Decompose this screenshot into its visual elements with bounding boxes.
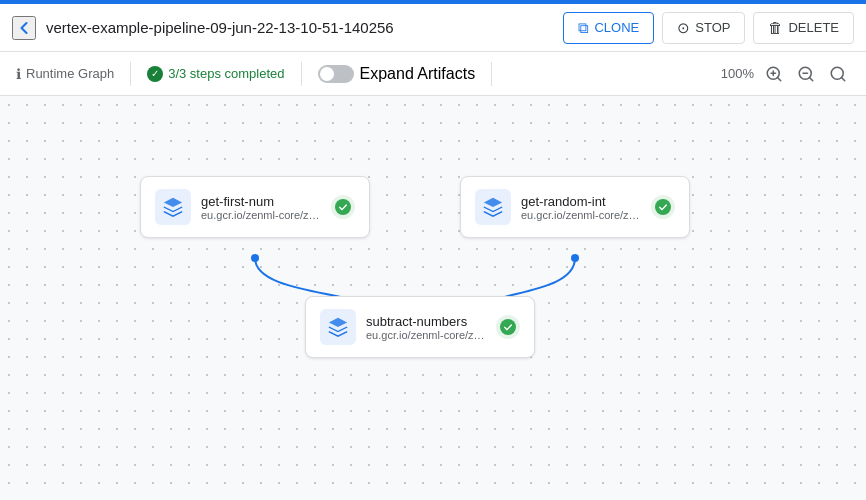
svg-line-5: [809, 77, 812, 80]
clone-button[interactable]: ⧉ CLONE: [563, 12, 654, 44]
node-icon-get-first-num: [155, 189, 191, 225]
node-get-first-num[interactable]: get-first-num eu.gcr.io/zenml-core/zenml…: [140, 176, 370, 238]
steps-status: ✓ 3/3 steps completed: [147, 66, 284, 82]
svg-point-9: [251, 254, 259, 262]
node-info-subtract-numbers: subtract-numbers eu.gcr.io/zenml-core/ze…: [366, 314, 486, 341]
stop-button[interactable]: ⊙ STOP: [662, 12, 745, 44]
node-sub-get-first-num: eu.gcr.io/zenml-core/zenml-v...: [201, 209, 321, 221]
zoom-out-button[interactable]: [794, 62, 818, 86]
delete-icon: 🗑: [768, 19, 783, 36]
node-status-get-first-num: [331, 195, 355, 219]
pipeline-title: vertex-example-pipeline-09-jun-22-13-10-…: [46, 19, 553, 36]
zoom-level: 100%: [721, 66, 754, 81]
zoom-controls: 100%: [721, 62, 850, 86]
node-info-get-first-num: get-first-num eu.gcr.io/zenml-core/zenml…: [201, 194, 321, 221]
check-icon: ✓: [147, 66, 163, 82]
delete-button[interactable]: 🗑 DELETE: [753, 12, 854, 44]
pipeline-canvas: get-first-num eu.gcr.io/zenml-core/zenml…: [0, 96, 866, 500]
runtime-graph-label: Runtime Graph: [26, 66, 114, 81]
info-icon: ℹ: [16, 66, 21, 82]
svg-point-11: [571, 254, 579, 262]
steps-status-label: 3/3 steps completed: [168, 66, 284, 81]
node-info-get-random-int: get-random-int eu.gcr.io/zenml-core/zenm…: [521, 194, 641, 221]
node-status-subtract-numbers: [496, 315, 520, 339]
node-sub-get-random-int: eu.gcr.io/zenml-core/zenml-v...: [521, 209, 641, 221]
svg-line-8: [841, 77, 844, 80]
node-get-random-int[interactable]: get-random-int eu.gcr.io/zenml-core/zenm…: [460, 176, 690, 238]
node-name-get-first-num: get-first-num: [201, 194, 321, 209]
node-subtract-numbers[interactable]: subtract-numbers eu.gcr.io/zenml-core/ze…: [305, 296, 535, 358]
topbar-actions: ⧉ CLONE ⊙ STOP 🗑 DELETE: [563, 12, 854, 44]
expand-artifacts-toggle[interactable]: Expand Artifacts: [318, 65, 476, 83]
clone-label: CLONE: [594, 20, 639, 35]
node-status-get-random-int: [651, 195, 675, 219]
node-icon-subtract-numbers: [320, 309, 356, 345]
svg-line-1: [777, 77, 780, 80]
svg-point-14: [655, 199, 671, 215]
stop-label: STOP: [695, 20, 730, 35]
topbar: vertex-example-pipeline-09-jun-22-13-10-…: [0, 4, 866, 52]
zoom-fit-button[interactable]: [826, 62, 850, 86]
delete-label: DELETE: [788, 20, 839, 35]
divider-1: [130, 62, 131, 86]
toggle-switch[interactable]: [318, 65, 354, 83]
node-name-subtract-numbers: subtract-numbers: [366, 314, 486, 329]
svg-point-13: [335, 199, 351, 215]
svg-point-15: [500, 319, 516, 335]
toolbar: ℹ Runtime Graph ✓ 3/3 steps completed Ex…: [0, 52, 866, 96]
node-icon-get-random-int: [475, 189, 511, 225]
runtime-graph-item[interactable]: ℹ Runtime Graph: [16, 66, 114, 82]
node-name-get-random-int: get-random-int: [521, 194, 641, 209]
divider-2: [301, 62, 302, 86]
zoom-in-button[interactable]: [762, 62, 786, 86]
node-sub-subtract-numbers: eu.gcr.io/zenml-core/zenml-v...: [366, 329, 486, 341]
stop-icon: ⊙: [677, 19, 690, 37]
back-button[interactable]: [12, 16, 36, 40]
expand-artifacts-label: Expand Artifacts: [360, 65, 476, 83]
divider-3: [491, 62, 492, 86]
clone-icon: ⧉: [578, 19, 589, 37]
